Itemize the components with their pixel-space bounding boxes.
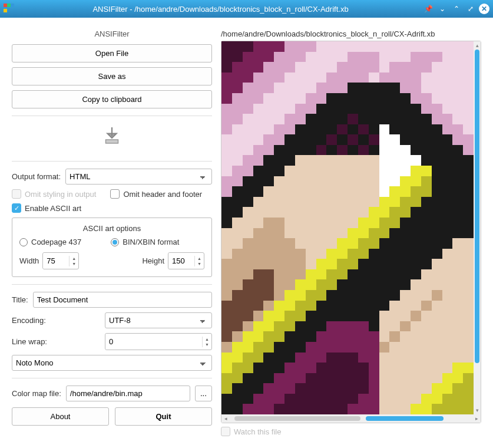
app-title: ANSIFilter <box>12 29 212 38</box>
open-file-button[interactable]: Open File <box>12 44 212 62</box>
height-label: Height <box>142 256 164 265</box>
codepage-437-radio[interactable] <box>19 238 28 246</box>
scroll-right-icon[interactable]: ▸ <box>472 414 481 423</box>
scroll-up-icon[interactable]: ▴ <box>474 41 481 50</box>
bin-xbin-label: BIN/XBIN format <box>123 238 179 246</box>
width-label: Width <box>19 256 39 265</box>
download-icon <box>12 123 212 154</box>
width-spinner[interactable]: ▲▼ <box>42 252 79 269</box>
ascii-group-title: ASCII art options <box>19 224 204 233</box>
titlebar: ANSIFilter - /home/andre/Downloads/block… <box>0 0 493 18</box>
height-up-icon[interactable]: ▲ <box>195 256 204 261</box>
window-title: ANSIFilter - /home/andre/Downloads/block… <box>19 5 422 14</box>
encoding-label: Encoding: <box>12 316 100 325</box>
omit-styling-checkbox <box>12 189 21 199</box>
watch-file-checkbox <box>221 427 230 436</box>
omit-header-checkbox[interactable] <box>110 189 120 199</box>
ascii-options-group: ASCII art options Codepage 437 BIN/XBIN … <box>12 218 212 277</box>
preview-path: /home/andre/Downloads/blocktronics_block… <box>221 29 481 38</box>
copy-clipboard-button[interactable]: Copy to clipboard <box>12 90 212 108</box>
colormap-label: Color map file: <box>12 389 61 398</box>
output-format-label: Output format: <box>12 172 61 181</box>
width-input[interactable] <box>43 253 69 269</box>
linewrap-input[interactable] <box>105 334 202 350</box>
watch-file-label: Watch this file <box>234 427 281 436</box>
right-panel: /home/andre/Downloads/blocktronics_block… <box>221 29 481 436</box>
title-input[interactable] <box>33 292 212 308</box>
enable-ascii-label: Enable ASCII art <box>25 204 81 213</box>
svg-rect-0 <box>106 140 118 143</box>
height-input[interactable] <box>168 253 194 269</box>
enable-ascii-checkbox[interactable]: ✓ <box>12 203 21 213</box>
title-label: Title: <box>12 295 28 304</box>
scroll-left-icon[interactable]: ◂ <box>221 414 230 423</box>
linewrap-spinner[interactable]: ▲▼ <box>105 333 212 350</box>
width-up-icon[interactable]: ▲ <box>70 256 78 261</box>
font-select[interactable]: Noto Mono <box>12 355 212 371</box>
save-as-button[interactable]: Save as <box>12 67 212 85</box>
linewrap-up-icon[interactable]: ▲ <box>203 337 211 342</box>
pin-icon[interactable]: 📌 <box>422 3 434 15</box>
about-button[interactable]: About <box>12 407 109 426</box>
horizontal-scrollbar[interactable]: ◂ ▸ <box>221 414 481 423</box>
scroll-down-icon[interactable]: ▾ <box>474 406 481 414</box>
left-panel: ANSIFilter Open File Save as Copy to cli… <box>12 29 212 436</box>
chevron-up-icon[interactable]: ⌃ <box>451 3 462 15</box>
maximize-icon[interactable]: ⤢ <box>465 3 477 15</box>
preview-container: ▴ ▾ ◂ ▸ <box>221 41 481 423</box>
vertical-scrollbar[interactable]: ▴ ▾ <box>474 41 481 414</box>
codepage-437-label: Codepage 437 <box>31 238 81 246</box>
chevron-down-icon[interactable]: ⌄ <box>436 3 448 15</box>
height-spinner[interactable]: ▲▼ <box>168 252 204 269</box>
app-icon <box>4 4 14 14</box>
width-down-icon[interactable]: ▼ <box>70 261 78 266</box>
preview-image <box>221 41 474 414</box>
output-format-select[interactable]: HTML <box>65 169 212 185</box>
linewrap-label: Line wrap: <box>12 337 100 346</box>
omit-styling-label: Omit styling in output <box>25 190 96 199</box>
colormap-browse-button[interactable]: ... <box>195 386 212 401</box>
height-down-icon[interactable]: ▼ <box>195 261 204 266</box>
bin-xbin-radio[interactable] <box>111 238 119 246</box>
encoding-select[interactable]: UTF-8 <box>105 312 212 328</box>
close-icon[interactable]: ✕ <box>479 4 489 14</box>
quit-button[interactable]: Quit <box>115 407 212 426</box>
linewrap-down-icon[interactable]: ▼ <box>203 342 211 347</box>
omit-header-label: Omit header and footer <box>123 190 202 199</box>
colormap-input[interactable] <box>66 386 190 401</box>
